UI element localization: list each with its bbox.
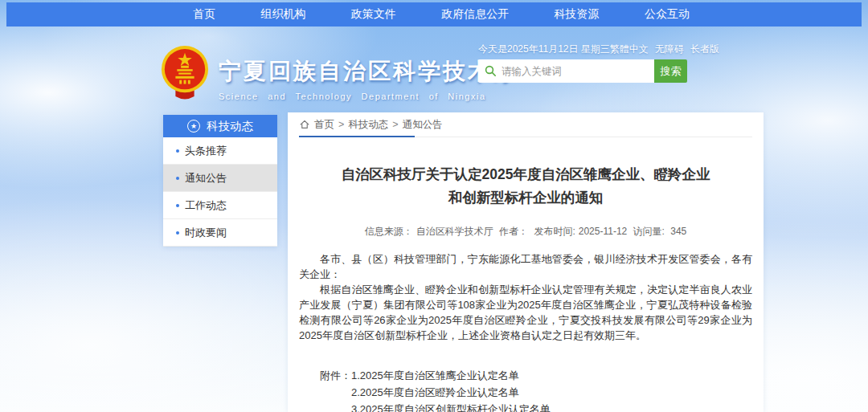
top-navigation: 首页 组织机构 政策文件 政府信息公开 科技资源 公众互动: [6, 2, 862, 27]
search-icon: [485, 65, 497, 77]
breadcrumb-sci-trends[interactable]: 科技动态: [348, 118, 388, 132]
meta-source-label: 信息来源：: [365, 226, 413, 237]
sidebar-item-current-politics[interactable]: 时政要闻: [163, 219, 277, 247]
search-button[interactable]: 搜索: [654, 59, 687, 83]
header-utility-row: 今天是2025年11月12日 星期三 繁體中文 无障碍 长者版: [478, 43, 703, 56]
bullet-icon: [176, 231, 179, 235]
article-title-line1: 自治区科技厅关于认定2025年度自治区雏鹰企业、瞪羚企业: [299, 163, 752, 186]
top-navigation-items: 首页 组织机构 政策文件 政府信息公开 科技资源 公众互动: [193, 7, 690, 22]
nav-item-gov-info[interactable]: 政府信息公开: [441, 7, 509, 22]
bullet-icon: [176, 204, 179, 207]
nav-item-policy[interactable]: 政策文件: [351, 7, 396, 22]
breadcrumb-active-underline: [299, 136, 415, 137]
bullet-icon: [176, 149, 179, 153]
nav-item-organization[interactable]: 组织机构: [260, 7, 305, 22]
page: 首页 组织机构 政策文件 政府信息公开 科技资源 公众互动 宁夏回族自治区科学技…: [0, 0, 868, 412]
sidebar-title: 科技动态: [207, 119, 253, 134]
sidebar-item-label: 时政要闻: [185, 226, 227, 240]
sidebar-item-label: 通知公告: [185, 171, 227, 186]
sidebar: ★ 科技动态 头条推荐 通知公告 工作动态 时政要闻: [163, 115, 277, 247]
current-date: 今天是2025年11月12日 星期三: [478, 43, 610, 56]
attachment-link-2[interactable]: 2.2025年度自治区瞪羚企业认定名单: [351, 384, 551, 401]
meta-publish-label: 发布时间:: [534, 226, 575, 237]
sidebar-item-work-trends[interactable]: 工作动态: [163, 192, 277, 219]
site-title: 宁夏回族自治区科学技术厅: [219, 56, 518, 87]
attachment-link-3[interactable]: 3.2025年度自治区创新型标杆企业认定名单: [351, 401, 551, 412]
breadcrumb-notices[interactable]: 通知公告: [403, 118, 443, 132]
nav-item-sci-resources[interactable]: 科技资源: [555, 7, 600, 22]
attachments-list: 1.2025年度自治区雏鹰企业认定名单 2.2025年度自治区瞪羚企业认定名单 …: [351, 367, 551, 412]
attachments-label: 附件：: [320, 367, 351, 412]
article-meta: 信息来源：自治区科学技术厅 作者： 发布时间:2025-11-12 访问量: 3…: [299, 225, 752, 239]
main-content-panel: 首页 > 科技动态 > 通知公告 自治区科技厅关于认定2025年度自治区雏鹰企业…: [288, 112, 764, 412]
search-input[interactable]: [502, 66, 654, 77]
home-icon: [299, 119, 310, 130]
star-circle-icon: ★: [187, 120, 200, 133]
article-paragraph: 根据自治区雏鹰企业、瞪羚企业和创新型标杆企业认定管理有关规定，决定认定半亩良人农…: [299, 282, 752, 343]
search-bar: 搜索: [478, 59, 687, 83]
breadcrumb-separator: >: [338, 119, 344, 130]
article-paragraph: 各市、县（区）科技管理部门，宁东能源化工基地管委会，银川经济技术开发区管委会，各…: [299, 251, 752, 282]
sidebar-item-label: 工作动态: [185, 198, 227, 213]
breadcrumb-separator: >: [392, 119, 398, 130]
meta-views: 345: [670, 226, 686, 237]
bullet-icon: [176, 177, 179, 180]
search-input-wrap: [478, 59, 654, 83]
breadcrumb-home[interactable]: 首页: [314, 118, 334, 132]
nav-item-public-interaction[interactable]: 公众互动: [645, 7, 690, 22]
quick-links: 繁體中文 无障碍 长者版: [610, 43, 719, 56]
link-accessibility[interactable]: 无障碍: [655, 43, 684, 56]
article-title-line2: 和创新型标杆企业的通知: [299, 186, 752, 210]
nav-item-home[interactable]: 首页: [193, 7, 215, 22]
meta-publish-date: 2025-11-12: [579, 226, 628, 237]
attachments-section: 附件： 1.2025年度自治区雏鹰企业认定名单 2.2025年度自治区瞪羚企业认…: [320, 367, 752, 412]
sidebar-item-label: 头条推荐: [185, 144, 227, 158]
article-body: 各市、县（区）科技管理部门，宁东能源化工基地管委会，银川经济技术开发区管委会，各…: [299, 251, 752, 343]
link-traditional-chinese[interactable]: 繁體中文: [610, 43, 649, 56]
meta-author-label: 作者：: [499, 226, 528, 237]
meta-views-label: 访问量:: [633, 226, 665, 237]
meta-source: 自治区科学技术厅: [416, 226, 493, 237]
site-title-block: 宁夏回族自治区科学技术厅 Science and Technology Depa…: [219, 56, 518, 101]
link-elderly-version[interactable]: 长者版: [690, 43, 719, 56]
sidebar-header[interactable]: ★ 科技动态: [163, 115, 277, 137]
national-emblem-logo: [160, 45, 210, 101]
sidebar-list: 头条推荐 通知公告 工作动态 时政要闻: [163, 137, 277, 247]
article-title: 自治区科技厅关于认定2025年度自治区雏鹰企业、瞪羚企业 和创新型标杆企业的通知: [299, 163, 752, 210]
attachment-link-1[interactable]: 1.2025年度自治区雏鹰企业认定名单: [351, 367, 551, 384]
site-subtitle: Science and Technology Department of Nin…: [219, 92, 518, 101]
breadcrumb: 首页 > 科技动态 > 通知公告: [299, 112, 752, 137]
sidebar-item-headlines[interactable]: 头条推荐: [163, 137, 277, 165]
sidebar-item-notices[interactable]: 通知公告: [163, 165, 277, 192]
